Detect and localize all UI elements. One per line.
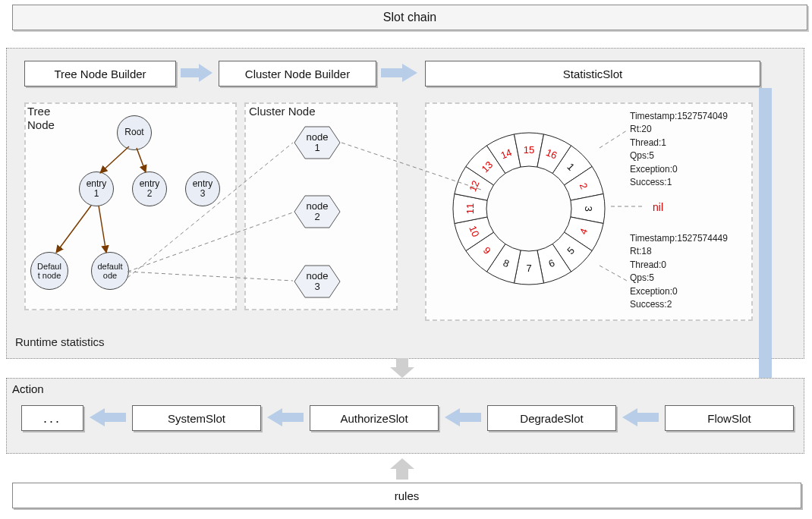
statistic-slot-box: StatisticSlot: [425, 61, 760, 86]
arrow-system-to-ellipsis: [87, 405, 127, 429]
arrow-authorize-to-system: [264, 405, 305, 429]
flow-slot-label: FlowSlot: [707, 412, 751, 425]
tree-defn2-label: defaultode: [97, 262, 122, 280]
runtime-statistics-label: Runtime statistics: [15, 335, 105, 348]
svg-text:7: 7: [526, 263, 531, 274]
authorize-slot-box: AuthorizeSlot: [310, 405, 439, 431]
svg-marker-36: [267, 408, 304, 426]
arrow-flow-to-degrade: [619, 405, 660, 429]
action-label: Action: [12, 382, 44, 395]
svg-marker-34: [622, 408, 659, 426]
rules-box: rules: [12, 483, 801, 508]
degrade-slot-label: DegradeSlot: [520, 412, 583, 425]
cluster-node-builder-label: Cluster Node Builder: [245, 68, 350, 80]
tree-entry1: entry1: [79, 171, 114, 206]
cluster-node-label: Cluster Node: [249, 105, 316, 118]
degrade-slot-box: DegradeSlot: [487, 405, 616, 431]
authorize-slot-label: AuthorizeSlot: [340, 412, 408, 425]
tree-entry2-label: entry2: [140, 179, 160, 199]
tree-entry2: entry2: [132, 171, 167, 206]
page-title-text: Slot chain: [383, 11, 436, 24]
stats-block-1: Timestamp:1527574049 Rt:20 Thread:1 Qps:…: [630, 110, 728, 189]
tree-default-node-1: Default node: [30, 252, 68, 290]
cluster-node-2-label: node2: [307, 201, 329, 223]
tree-default-node-2: defaultode: [91, 252, 129, 290]
tree-node-label-2: Node: [27, 118, 55, 131]
nil-label: nil: [653, 201, 663, 213]
tree-node-builder-label: Tree Node Builder: [54, 68, 146, 80]
system-slot-label: SystemSlot: [168, 412, 225, 425]
cluster-node-3: node3: [293, 264, 341, 299]
arrow-tree-to-cluster: [179, 61, 216, 85]
svg-text:3: 3: [583, 206, 594, 211]
svg-marker-35: [445, 408, 481, 426]
cluster-node-1-label: node1: [307, 132, 329, 154]
svg-marker-1: [381, 64, 417, 82]
tree-entry3: entry3: [185, 171, 220, 206]
page-title: Slot chain: [12, 5, 807, 30]
tree-root-label: Root: [124, 127, 143, 137]
system-slot-box: SystemSlot: [132, 405, 261, 431]
arrow-cluster-to-stat: [379, 61, 420, 85]
tree-entry3-label: entry3: [193, 179, 213, 199]
stat-ring: 12345678910111213141516: [440, 120, 618, 297]
svg-text:15: 15: [524, 144, 534, 156]
svg-marker-38: [390, 458, 414, 480]
rules-label: rules: [395, 489, 420, 502]
arrow-stat-to-flow: [759, 88, 804, 407]
tree-node-builder-box: Tree Node Builder: [24, 61, 176, 86]
tree-node-label-1: Tree: [27, 105, 50, 118]
cluster-node-1: node1: [293, 125, 341, 160]
cluster-node-builder-box: Cluster Node Builder: [219, 61, 376, 86]
tree-defn1-label: Default node: [37, 262, 61, 280]
cluster-node-3-label: node3: [307, 271, 329, 293]
ellipsis-slot-label: ...: [43, 410, 61, 426]
arrow-degrade-to-authorize: [442, 405, 483, 429]
ellipsis-slot-box: ...: [21, 405, 83, 431]
cluster-node-2: node2: [293, 194, 341, 229]
arrow-rules-to-action: [387, 455, 417, 481]
stats-block-2: Timestamp:1527574449 Rt:18 Thread:0 Qps:…: [630, 232, 728, 311]
flow-slot-box: FlowSlot: [665, 405, 794, 431]
svg-marker-0: [181, 64, 212, 82]
statistic-slot-label: StatisticSlot: [563, 68, 622, 80]
svg-marker-37: [90, 408, 126, 426]
tree-root: Root: [117, 115, 152, 150]
tree-entry1-label: entry1: [87, 179, 107, 199]
svg-marker-33: [390, 358, 414, 378]
svg-text:11: 11: [464, 203, 476, 214]
